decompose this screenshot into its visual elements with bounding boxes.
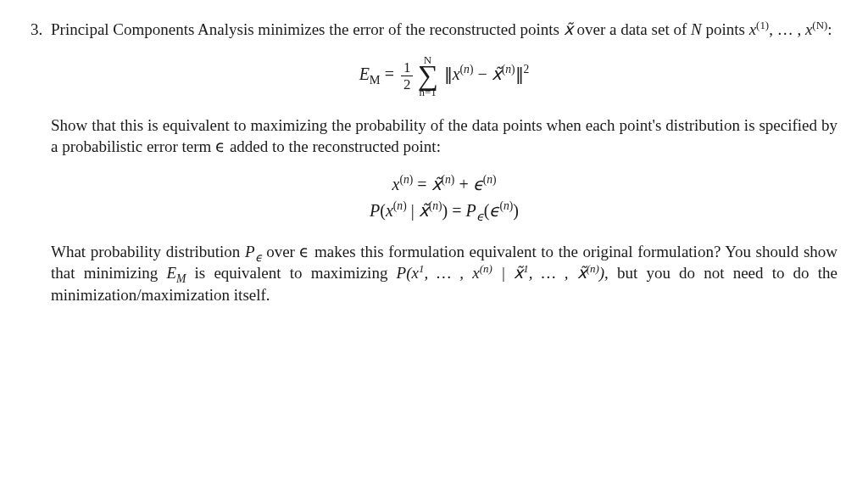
text: is equivalent to maximizing bbox=[186, 264, 396, 282]
x: x bbox=[749, 20, 756, 38]
joint-prob: P(x1, … , x(n) | x̃1, … , x̃(n)) bbox=[397, 264, 605, 282]
sup-N: (N) bbox=[812, 19, 827, 31]
text: points bbox=[702, 20, 749, 38]
summation: N∑n=1 bbox=[417, 54, 437, 98]
equation-line-2: P(x(n) | x̃(n)) = Pϵ(ϵ(n)) bbox=[51, 199, 837, 222]
text: What probability distribution bbox=[51, 243, 245, 260]
paragraph-question: What probability distribution Pϵ over ϵ … bbox=[51, 241, 837, 306]
question-3: 3. Principal Components Analysis minimiz… bbox=[31, 19, 837, 311]
text: over a data set of bbox=[573, 20, 691, 38]
text: : bbox=[827, 20, 832, 38]
E: E bbox=[359, 64, 370, 83]
page: 3. Principal Components Analysis minimiz… bbox=[0, 0, 868, 328]
norm-term: ‖x(n) − x̃(n)‖2 bbox=[444, 64, 530, 83]
N: N bbox=[691, 20, 702, 38]
sub-eps: ϵ bbox=[255, 251, 262, 264]
equation-EM: EM = 12N∑n=1 ‖x(n) − x̃(n)‖2 bbox=[51, 54, 837, 98]
sub-M: M bbox=[176, 272, 186, 285]
text: Principal Components Analysis minimizes … bbox=[51, 20, 564, 38]
sigma-icon: ∑ bbox=[417, 64, 437, 88]
sum-lower: n=1 bbox=[417, 87, 437, 98]
P: P bbox=[245, 243, 255, 260]
fraction-half: 12 bbox=[401, 60, 414, 92]
equation-prob-model: x(n) = x̃(n) + ϵ(n) P(x(n) | x̃(n)) = Pϵ… bbox=[51, 173, 837, 222]
equals: = bbox=[381, 64, 398, 83]
sup-1: (1) bbox=[756, 19, 769, 31]
text: , … , bbox=[769, 20, 805, 38]
paragraph-intro: Principal Components Analysis minimizes … bbox=[51, 19, 837, 41]
denominator: 2 bbox=[401, 76, 414, 92]
sub-M: M bbox=[370, 73, 381, 87]
x-tilde: x̃ bbox=[564, 20, 573, 38]
equation-line-1: x(n) = x̃(n) + ϵ(n) bbox=[51, 173, 837, 196]
E: E bbox=[166, 264, 176, 282]
question-number: 3. bbox=[31, 19, 51, 41]
question-body: Principal Components Analysis minimizes … bbox=[51, 19, 837, 311]
numerator: 1 bbox=[401, 60, 414, 76]
paragraph-show: Show that this is equivalent to maximizi… bbox=[51, 115, 837, 158]
text: Show that this is equivalent to maximizi… bbox=[51, 116, 837, 156]
